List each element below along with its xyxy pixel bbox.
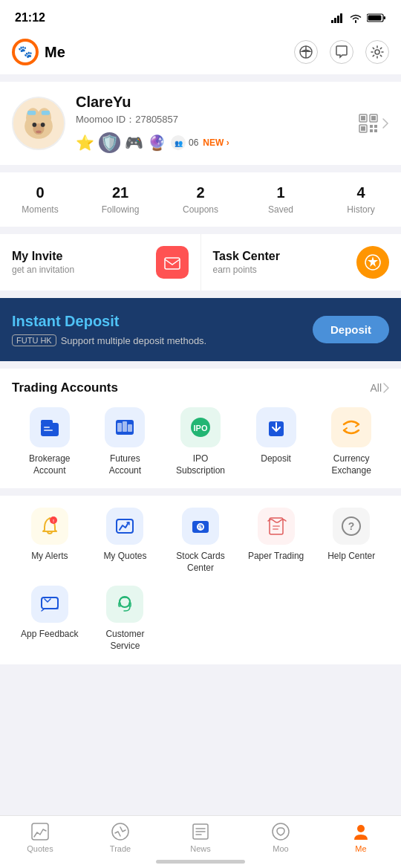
svg-point-19	[36, 130, 42, 133]
app-feedback-button[interactable]: App Feedback	[12, 586, 88, 652]
home-indicator	[156, 860, 245, 864]
customer-service-button[interactable]: CustomerService	[88, 586, 163, 652]
svg-point-17	[33, 123, 37, 127]
stat-history[interactable]: 4 History	[321, 184, 401, 215]
svg-rect-33	[374, 129, 377, 132]
svg-rect-27	[371, 116, 376, 120]
history-label: History	[347, 204, 374, 215]
stat-saved[interactable]: 1 Saved	[241, 184, 321, 215]
stock-cards-label: Stock CardsCenter	[176, 551, 224, 574]
deposit-banner: Instant Deposit FUTU HK Support multiple…	[0, 298, 401, 361]
coupons-label: Coupons	[183, 204, 218, 215]
nav-trade[interactable]: Trade	[94, 822, 146, 853]
stock-cards-button[interactable]: $ $ Stock CardsCenter	[163, 508, 238, 574]
task-text: Task Center earn points	[213, 250, 280, 275]
my-alerts-button[interactable]: ! My Alerts	[12, 508, 88, 574]
tools-grid: ! My Alerts My Quotes	[12, 508, 389, 652]
invite-title: My Invite	[12, 250, 74, 263]
status-time: 21:12	[15, 11, 45, 25]
svg-point-18	[41, 123, 45, 127]
nav-news[interactable]: News	[175, 822, 226, 853]
svg-rect-43	[128, 424, 132, 432]
svg-point-69	[273, 823, 289, 840]
futures-account-button[interactable]: FuturesAccount	[95, 407, 154, 476]
header-title: Me	[45, 44, 65, 61]
alerts-label: My Alerts	[31, 551, 68, 563]
svg-text:?: ?	[348, 520, 355, 532]
my-invite-button[interactable]: My Invite get an invitation	[0, 234, 201, 291]
trade-nav-label: Trade	[110, 844, 131, 853]
task-center-button[interactable]: Task Center earn points	[201, 234, 402, 291]
task-title: Task Center	[213, 250, 280, 263]
currency-exchange-button[interactable]: CurrencyExchange	[322, 407, 381, 476]
qr-button[interactable]	[358, 113, 389, 134]
svg-rect-49	[117, 519, 133, 533]
svg-rect-21	[42, 111, 50, 115]
svg-rect-29	[361, 126, 365, 131]
deposit-button[interactable]: Deposit	[313, 316, 389, 343]
svg-text:!: !	[53, 519, 54, 523]
svg-rect-38	[44, 427, 50, 428]
trading-accounts-header: Trading Accounts All	[12, 380, 389, 395]
app-header: 🐾 Me	[0, 33, 401, 74]
quotes-nav-icon	[30, 822, 50, 841]
trading-accounts-section: Trading Accounts All Bro	[0, 369, 401, 488]
moomoo-logo: 🐾	[12, 39, 39, 65]
me-nav-label: Me	[355, 844, 366, 853]
chevron-right-icon	[383, 383, 389, 393]
svg-rect-3	[340, 13, 342, 23]
deposit-label: Deposit	[261, 453, 291, 465]
nav-moo[interactable]: Moo	[255, 822, 307, 853]
svg-rect-37	[41, 420, 53, 424]
trading-accounts-grid: BrokerageAccount FuturesAccount	[12, 407, 389, 476]
nav-me[interactable]: Me	[335, 822, 387, 853]
new-tag[interactable]: NEW ›	[203, 137, 229, 148]
trading-accounts-title: Trading Accounts	[12, 380, 118, 395]
profile-badges: ⭐ 🛡️ 🎮 🔮 👥 06 NEW ›	[76, 132, 348, 153]
svg-point-11	[375, 50, 379, 54]
brokerage-account-button[interactable]: BrokerageAccount	[20, 407, 79, 476]
nav-quotes[interactable]: Quotes	[14, 822, 66, 853]
moo-nav-label: Moo	[273, 844, 288, 853]
svg-rect-6	[368, 16, 382, 21]
svg-text:IPO: IPO	[194, 424, 208, 433]
svg-rect-1	[334, 18, 336, 23]
status-icons	[331, 13, 386, 23]
news-nav-icon	[191, 822, 210, 841]
stat-coupons[interactable]: 2 Coupons	[160, 184, 241, 215]
news-nav-label: News	[190, 844, 211, 853]
futures-label: FuturesAccount	[109, 453, 141, 476]
header-actions	[294, 40, 389, 64]
wifi-icon	[349, 13, 362, 23]
futu-hk-badge: FUTU HK	[12, 334, 56, 346]
invite-subtitle: get an invitation	[12, 265, 74, 275]
stats-row: 0 Moments 21 Following 2 Coupons 1 Saved…	[0, 172, 401, 227]
deposit-title: Instant Deposit	[12, 313, 206, 330]
my-quotes-button[interactable]: My Quotes	[88, 508, 163, 574]
svg-rect-56	[273, 528, 278, 530]
stat-moments[interactable]: 0 Moments	[0, 184, 80, 215]
help-center-button[interactable]: ? Help Center	[313, 508, 389, 574]
theme-icon	[299, 45, 313, 59]
paper-trading-button[interactable]: Paper Trading	[238, 508, 314, 574]
stat-following[interactable]: 21 Following	[80, 184, 160, 215]
avatar[interactable]	[12, 97, 65, 150]
svg-rect-41	[117, 423, 122, 432]
svg-rect-31	[374, 125, 377, 128]
quotes-nav-label: Quotes	[27, 844, 53, 853]
coupons-value: 2	[196, 184, 204, 201]
theme-button[interactable]	[294, 40, 318, 64]
profile-id: Moomoo ID：27805857	[76, 113, 348, 126]
tools-section: ! My Alerts My Quotes	[0, 496, 401, 664]
svg-rect-34	[165, 258, 180, 269]
chat-button[interactable]	[330, 40, 353, 64]
deposit-sub-text: Support multiple deposit methods.	[61, 335, 207, 346]
settings-button[interactable]	[365, 40, 389, 64]
following-label: Following	[102, 204, 140, 215]
deposit-account-button[interactable]: Deposit	[247, 407, 306, 476]
chevron-right-icon	[382, 117, 389, 129]
ipo-subscription-button[interactable]: IPO IPOSubscription	[171, 407, 230, 476]
deposit-left: Instant Deposit FUTU HK Support multiple…	[12, 313, 206, 346]
trading-accounts-all[interactable]: All	[370, 382, 389, 394]
history-value: 4	[356, 184, 365, 201]
